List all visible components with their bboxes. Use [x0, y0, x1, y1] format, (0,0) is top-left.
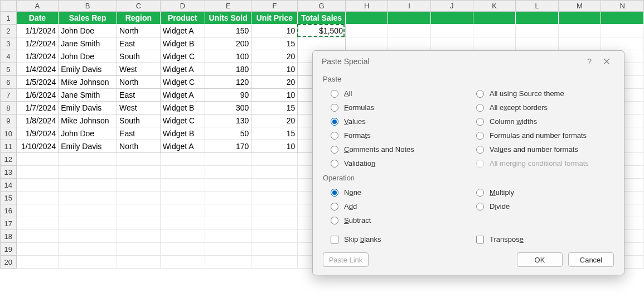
row-header-4[interactable]: 4: [1, 50, 17, 63]
transpose-checkbox[interactable]: Transpose: [468, 235, 614, 243]
option-values-number[interactable]: Values and number formats: [468, 142, 614, 156]
cell-A19[interactable]: [16, 243, 59, 256]
cell-E14[interactable]: [205, 179, 251, 192]
cell-F13[interactable]: [251, 166, 298, 179]
option-divide[interactable]: Divide: [468, 199, 614, 213]
cell-D3[interactable]: Widget B: [160, 37, 205, 50]
cell-A8[interactable]: 1/7/2024: [16, 102, 59, 114]
cell-F20[interactable]: [251, 256, 298, 269]
row-header-10[interactable]: 10: [1, 127, 17, 140]
select-all-corner[interactable]: [1, 1, 17, 12]
cell-B13[interactable]: [59, 166, 117, 179]
option-source-theme[interactable]: All using Source theme: [468, 87, 614, 101]
row-header-2[interactable]: 2: [1, 25, 17, 37]
cell-D6[interactable]: Widget C: [160, 76, 205, 89]
cell-E2[interactable]: 150: [205, 25, 251, 37]
column-header-M[interactable]: M: [558, 1, 601, 12]
cell-C17[interactable]: [117, 217, 161, 230]
close-icon[interactable]: [597, 58, 616, 65]
option-all[interactable]: All: [323, 87, 468, 101]
cell-E4[interactable]: 100: [205, 50, 251, 63]
cell-C12[interactable]: [117, 153, 161, 166]
cell-A2[interactable]: 1/1/2024: [16, 25, 59, 37]
row-header-11[interactable]: 11: [1, 140, 17, 153]
cell-F6[interactable]: 20: [251, 76, 298, 89]
cell-B9[interactable]: Mike Johnson: [59, 114, 117, 127]
cell-D19[interactable]: [160, 243, 205, 256]
cell-A6[interactable]: 1/5/2024: [16, 76, 59, 89]
row-header-8[interactable]: 8: [1, 102, 17, 114]
option-formats[interactable]: Formats: [323, 128, 468, 142]
cell-B16[interactable]: [59, 204, 117, 217]
cell-D20[interactable]: [160, 256, 205, 269]
cell-B8[interactable]: Emily Davis: [59, 102, 117, 114]
cell-A5[interactable]: 1/4/2024: [16, 63, 59, 76]
cell-A7[interactable]: 1/6/2024: [16, 89, 59, 102]
cell-E9[interactable]: 130: [205, 114, 251, 127]
cell-D18[interactable]: [160, 230, 205, 243]
cell-L3[interactable]: [516, 37, 558, 50]
cell-C1[interactable]: Region: [117, 12, 161, 25]
column-header-I[interactable]: I: [388, 1, 430, 12]
cell-F15[interactable]: [251, 192, 298, 204]
cell-D9[interactable]: Widget C: [160, 114, 205, 127]
paste-link-button[interactable]: Paste Link: [323, 252, 369, 267]
cell-D17[interactable]: [160, 217, 205, 230]
cell-F7[interactable]: 10: [251, 89, 298, 102]
option-comments[interactable]: Comments and Notes: [323, 142, 468, 156]
cell-C20[interactable]: [117, 256, 161, 269]
cell-E11[interactable]: 170: [205, 140, 251, 153]
row-header-20[interactable]: 20: [1, 256, 17, 269]
cell-K1[interactable]: [473, 12, 515, 25]
cell-B7[interactable]: Jane Smith: [59, 89, 117, 102]
cell-F9[interactable]: 20: [251, 114, 298, 127]
row-header-19[interactable]: 19: [1, 243, 17, 256]
cell-A20[interactable]: [16, 256, 59, 269]
column-header-N[interactable]: N: [601, 1, 644, 12]
cell-N2[interactable]: [601, 25, 644, 37]
cell-J1[interactable]: [430, 12, 473, 25]
cell-E15[interactable]: [205, 192, 251, 204]
cell-H2[interactable]: [345, 25, 388, 37]
row-header-6[interactable]: 6: [1, 76, 17, 89]
column-header-B[interactable]: B: [59, 1, 117, 12]
column-header-C[interactable]: C: [117, 1, 161, 12]
cell-B10[interactable]: John Doe: [59, 127, 117, 140]
cell-B11[interactable]: Emily Davis: [59, 140, 117, 153]
cell-E6[interactable]: 120: [205, 76, 251, 89]
cell-H3[interactable]: [345, 37, 388, 50]
cell-E5[interactable]: 180: [205, 63, 251, 76]
cell-B1[interactable]: Sales Rep: [59, 12, 117, 25]
cell-C6[interactable]: North: [117, 76, 161, 89]
cell-C7[interactable]: East: [117, 89, 161, 102]
cell-F17[interactable]: [251, 217, 298, 230]
option-values[interactable]: Values: [323, 114, 468, 128]
cell-D2[interactable]: Widget A: [160, 25, 205, 37]
cell-F19[interactable]: [251, 243, 298, 256]
cell-F16[interactable]: [251, 204, 298, 217]
cell-B14[interactable]: [59, 179, 117, 192]
cell-G3[interactable]: [298, 37, 346, 50]
cell-D14[interactable]: [160, 179, 205, 192]
cell-C4[interactable]: South: [117, 50, 161, 63]
cell-A16[interactable]: [16, 204, 59, 217]
cell-M2[interactable]: [558, 25, 601, 37]
cell-M3[interactable]: [558, 37, 601, 50]
option-formulas[interactable]: Formulas: [323, 101, 468, 114]
option-subtract[interactable]: Subtract: [323, 213, 468, 227]
cell-F1[interactable]: Unit Price: [251, 12, 298, 25]
column-header-J[interactable]: J: [430, 1, 473, 12]
cell-M1[interactable]: [558, 12, 601, 25]
cell-D7[interactable]: Widget A: [160, 89, 205, 102]
option-validation[interactable]: Validation: [323, 156, 468, 170]
cell-I1[interactable]: [388, 12, 430, 25]
cell-C18[interactable]: [117, 230, 161, 243]
row-header-3[interactable]: 3: [1, 37, 17, 50]
cell-B5[interactable]: Emily Davis: [59, 63, 117, 76]
cell-D8[interactable]: Widget B: [160, 102, 205, 114]
cell-E17[interactable]: [205, 217, 251, 230]
cell-B4[interactable]: John Doe: [59, 50, 117, 63]
cell-I2[interactable]: [388, 25, 430, 37]
cell-B2[interactable]: John Doe: [59, 25, 117, 37]
cell-I3[interactable]: [388, 37, 430, 50]
